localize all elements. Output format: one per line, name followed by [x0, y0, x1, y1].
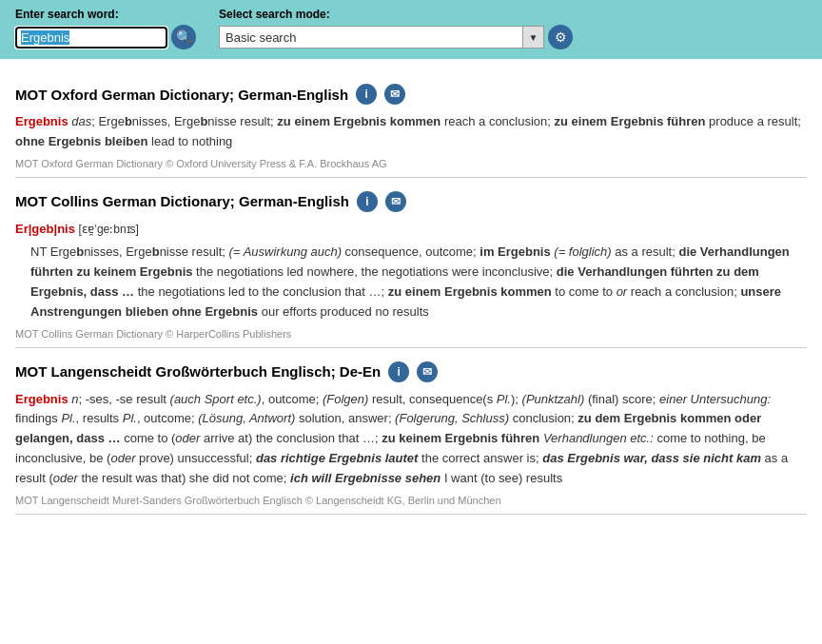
oxford-mail-icon[interactable]: ✉ [384, 84, 405, 105]
search-group: Enter search word: 🔍 [15, 8, 196, 49]
mode-row: Basic search ▼ ⚙ [219, 25, 573, 49]
oxford-phrase2-trans: produce a result; [709, 114, 801, 128]
langenscheidt-section: MOT Langenscheidt Großwörterbuch Englisc… [15, 361, 807, 515]
results-content: MOT Oxford German Dictionary; German-Eng… [0, 59, 822, 526]
langenscheidt-title: MOT Langenscheidt Großwörterbuch Englisc… [15, 363, 381, 380]
collins-copyright: MOT Collins German Dictionary © HarperCo… [15, 328, 807, 340]
oxford-phrase3: ohne Ergebnis bleiben [15, 134, 147, 148]
oxford-phrase2: zu einem Ergebnis führen [555, 114, 706, 128]
collins-ipa: [ɛɐ̯ˈgeːbnɪs] [79, 223, 139, 236]
collins-info-icon[interactable]: i [357, 191, 378, 212]
search-row: 🔍 [15, 25, 196, 49]
langenscheidt-divider [15, 514, 807, 515]
langenscheidt-mail-icon[interactable]: ✉ [417, 361, 438, 382]
langenscheidt-info-icon[interactable]: i [388, 361, 409, 382]
collins-divider [15, 347, 807, 348]
oxford-phrase3-trans: lead to nothing [151, 134, 232, 148]
search-mode-select-wrapper: Basic search ▼ [219, 26, 544, 49]
oxford-info-icon[interactable]: i [356, 84, 377, 105]
search-label: Enter search word: [15, 8, 196, 21]
header: Enter search word: 🔍 Select search mode:… [0, 0, 822, 59]
oxford-phrase1-trans: reach a conclusion; [444, 114, 555, 128]
collins-entry-body: NT Ergebnisses, Ergebnisse result; (= Au… [30, 243, 807, 322]
langenscheidt-entry: Ergebnis n; -ses, -se result (auch Sport… [15, 390, 807, 489]
collins-entry-text: NT Ergebnisses, Ergebnisse result; (= Au… [30, 243, 807, 322]
collins-header: MOT Collins German Dictionary; German-En… [15, 191, 807, 212]
collins-headword: Er|geb|nis [15, 222, 75, 236]
search-mode-label: Select search mode: [219, 8, 573, 21]
collins-mail-icon[interactable]: ✉ [385, 191, 406, 212]
langenscheidt-header: MOT Langenscheidt Großwörterbuch Englisc… [15, 361, 807, 382]
oxford-entry: Ergebnis das; Ergebnisses, Ergebnisse re… [15, 112, 807, 152]
langenscheidt-body: n; -ses, -se result (auch Sport etc.), o… [15, 392, 788, 485]
langenscheidt-entry-text: Ergebnis n; -ses, -se result (auch Sport… [15, 390, 807, 489]
collins-entry: Er|geb|nis [ɛɐ̯ˈgeːbnɪs] NT Ergebnisses,… [15, 220, 807, 322]
search-input[interactable] [15, 27, 167, 49]
oxford-entry-text: Ergebnis das; Ergebnisses, Ergebnisse re… [15, 112, 807, 152]
search-button[interactable]: 🔍 [171, 25, 196, 49]
collins-title: MOT Collins German Dictionary; German-En… [15, 193, 349, 209]
oxford-header: MOT Oxford German Dictionary; German-Eng… [15, 84, 807, 105]
mode-group: Select search mode: Basic search ▼ ⚙ [219, 8, 573, 49]
oxford-grammar: das; Ergebnisses, Ergebnisse result; [71, 114, 277, 128]
oxford-headword: Ergebnis [15, 114, 68, 128]
langenscheidt-copyright: MOT Langenscheidt Muret-Sanders Großwört… [15, 495, 807, 506]
dropdown-arrow-icon[interactable]: ▼ [523, 26, 544, 49]
oxford-copyright: MOT Oxford German Dictionary © Oxford Un… [15, 158, 807, 169]
langenscheidt-headword: Ergebnis [15, 392, 68, 406]
oxford-phrase1: zu einem Ergebnis kommen [277, 114, 440, 128]
search-mode-select[interactable]: Basic search [219, 26, 523, 49]
oxford-section: MOT Oxford German Dictionary; German-Eng… [15, 84, 807, 178]
settings-button[interactable]: ⚙ [548, 25, 573, 49]
oxford-divider [15, 177, 807, 178]
collins-section: MOT Collins German Dictionary; German-En… [15, 191, 807, 348]
oxford-title: MOT Oxford German Dictionary; German-Eng… [15, 87, 348, 103]
collins-headword-line: Er|geb|nis [ɛɐ̯ˈgeːbnɪs] [15, 220, 807, 240]
